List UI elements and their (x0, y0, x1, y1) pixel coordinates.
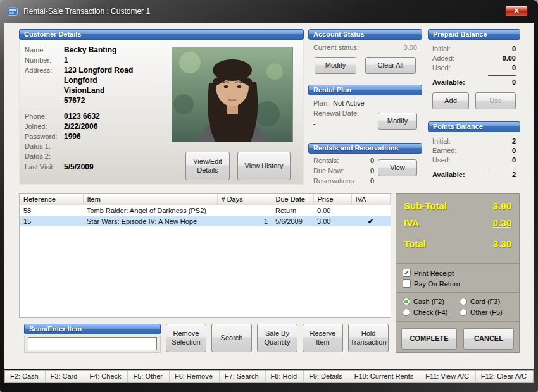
prepaid-balance-panel: Prepaid Balance Initial: 0 Added: 0.00 U… (428, 29, 520, 113)
column-due-date[interactable]: Due Date (272, 194, 313, 205)
table-row-selected[interactable]: 15 Star Wars: Episode IV: A New Hope 1 5… (20, 216, 391, 226)
prepaid-available-label: Available: (432, 78, 465, 86)
scan-item-input[interactable] (28, 337, 157, 350)
prepaid-initial-row: Initial: 0 (432, 45, 516, 52)
current-status-value: 0.00 (404, 44, 417, 51)
iva-label: IVA (404, 217, 419, 228)
account-modify-button[interactable]: Modify (315, 57, 356, 74)
column-price[interactable]: Price (313, 194, 351, 205)
points-earned-value: 0 (512, 147, 516, 154)
prepaid-use-button[interactable]: Use (475, 92, 516, 109)
titlebar[interactable]: Rental-Sale Transaction : Customer 1 ✕ (0, 0, 538, 23)
hold-transaction-button[interactable]: Hold Transaction (348, 324, 389, 352)
field-address-line2: Longford (25, 76, 169, 86)
current-status-row: Current status: 0.00 (313, 44, 417, 51)
print-receipt-option[interactable]: ✓ Print Receipt (403, 267, 513, 278)
points-balance-panel: Points Balance Initial: 2 Earned: 0 Used… (428, 121, 520, 183)
field-address-line2-value: Longford (64, 76, 97, 85)
cell-reference: 58 (20, 205, 83, 216)
rental-plan-modify-button[interactable]: Modify (378, 113, 417, 130)
column-iva[interactable]: IVA (351, 194, 391, 205)
statusbar-f7-search: F7: Search (220, 371, 266, 382)
cell-iva (351, 205, 391, 216)
points-available-value: 2 (512, 171, 516, 178)
column-item[interactable]: Item (83, 194, 217, 205)
customer-fields: Name:Becky Banting Number:1 Address:123 … (25, 46, 169, 173)
column-days[interactable]: # Days (217, 194, 272, 205)
rentals-value: 0 (370, 157, 374, 164)
points-available-label: Available: (432, 171, 465, 178)
field-address-value: 123 Longford Road (64, 66, 133, 75)
table-row[interactable]: 58 Tomb Raider: Angel of Darkness (PS2) … (20, 205, 391, 216)
pay-on-return-option[interactable]: Pay On Return (403, 278, 513, 289)
remove-selection-button[interactable]: Remove Selection (166, 324, 206, 352)
field-datos1: Datos 1: (25, 142, 169, 152)
field-joined-value: 2/22/2006 (64, 122, 97, 131)
points-initial-value: 2 (512, 137, 516, 145)
column-reference[interactable]: Reference (20, 194, 83, 205)
sale-by-quantity-button[interactable]: Sale By Quantity (257, 324, 297, 352)
print-receipt-checkbox: ✓ (403, 269, 411, 277)
statusbar-f11-view-ac: F11: View A/C (420, 371, 476, 382)
statusbar-f5-other: F5: Other (128, 371, 169, 382)
field-address: Address:123 Longford Road (25, 66, 169, 76)
subtotal-row: Sub-Total 3.00 (396, 200, 519, 211)
field-address-zip: 57672 (25, 96, 169, 106)
points-initial-row: Initial: 2 (432, 137, 516, 145)
view-history-button[interactable]: View History (237, 152, 291, 180)
prepaid-added-value: 0.00 (503, 54, 516, 62)
cell-reference: 15 (20, 216, 83, 226)
field-last-visit-value: 5/5/2009 (64, 162, 94, 171)
card-radio (460, 298, 467, 305)
cash-option[interactable]: Cash (F2) (403, 297, 460, 307)
prepaid-add-button[interactable]: Add (432, 92, 469, 109)
check-radio (403, 309, 410, 316)
rentals-reservations-panel: Rentals and Reservations Rentals: 0 Due … (308, 143, 422, 192)
prepaid-used-row: Used: 0 (432, 64, 516, 71)
field-datos2-label: Datos 2: (25, 152, 64, 160)
cell-item: Tomb Raider: Angel of Darkness (PS2) (83, 205, 217, 216)
card-option[interactable]: Card (F3) (460, 297, 516, 307)
cell-days: 1 (217, 216, 272, 226)
statusbar-f8-hold: F8: Hold (266, 371, 304, 382)
account-status-header: Account Status (308, 29, 422, 40)
plan-label: Plan: (313, 99, 329, 107)
app-icon (8, 7, 19, 16)
iva-value: 0.30 (493, 217, 511, 228)
renewal-date-value-row: - (313, 119, 316, 127)
totals-panel: Sub-Total 3.00 IVA 0.30 Total 3.30 ✓ Pri… (396, 193, 520, 353)
due-now-label: Due Now: (313, 167, 344, 175)
view-edit-details-button[interactable]: View/Edit Details (185, 152, 230, 180)
field-joined: Joined:2/22/2006 (25, 122, 169, 132)
total-label: Total (404, 238, 426, 249)
iva-check-icon: ✔ (351, 216, 391, 226)
account-status-panel: Account Status Current status: 0.00 Modi… (308, 29, 422, 80)
other-option[interactable]: Other (F5) (460, 307, 516, 317)
customer-details-body: Name:Becky Banting Number:1 Address:123 … (19, 40, 304, 185)
prepaid-added-row: Added: 0.00 (432, 54, 516, 62)
cancel-button[interactable]: CANCEL (463, 328, 514, 350)
content-area: Customer Details Name:Becky Banting Numb… (4, 23, 534, 369)
search-button[interactable]: Search (211, 324, 252, 352)
field-password-label: Password: (25, 133, 64, 140)
renewal-date-label: Renewal Date: (313, 109, 359, 117)
check-icon: ✓ (404, 269, 410, 276)
cell-due-date: 5/6/2009 (272, 216, 313, 226)
complete-button[interactable]: COMPLETE (401, 328, 457, 350)
reserve-item-button[interactable]: Reserve Item (303, 324, 343, 352)
statusbar-f10-current-rents: F10: Current Rents (349, 371, 421, 382)
rental-plan-panel: Rental Plan Plan:Not Active Renewal Date… (308, 85, 422, 140)
prepaid-available-row: Available: 0 (432, 78, 516, 86)
account-clear-all-button[interactable]: Clear All (365, 57, 416, 74)
prepaid-available-value: 0 (512, 78, 516, 86)
prepaid-balance-body: Initial: 0 Added: 0.00 Used: 0 Available… (428, 40, 520, 113)
iva-row: IVA 0.30 (396, 217, 519, 228)
points-sum-line (488, 168, 516, 168)
scan-item-header: Scan/Enter Item (24, 324, 161, 334)
close-button[interactable]: ✕ (505, 6, 528, 16)
rentals-view-button[interactable]: View (378, 159, 417, 176)
renewal-date-value: - (313, 119, 316, 127)
field-number-value: 1 (64, 56, 68, 64)
customer-details-header: Customer Details (19, 29, 304, 40)
check-option[interactable]: Check (F4) (403, 307, 460, 317)
